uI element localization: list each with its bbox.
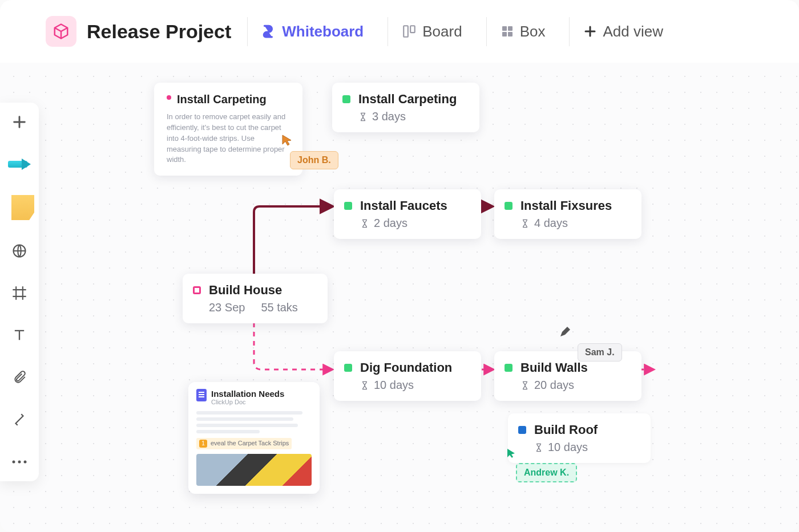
doc-subtitle: ClickUp Doc — [211, 399, 284, 405]
svg-point-9 — [24, 461, 27, 464]
task-card-dig-foundation[interactable]: Dig Foundation 10 days — [334, 351, 481, 401]
svg-rect-4 — [502, 32, 507, 36]
board-icon — [402, 24, 417, 39]
tab-label: Add view — [603, 23, 663, 40]
cursor-label-sam: Sam J. — [578, 343, 622, 362]
hourglass-icon — [520, 219, 530, 228]
plus-icon — [583, 25, 597, 38]
task-title: Install Faucets — [360, 198, 469, 213]
task-title: Dig Foundation — [360, 360, 469, 375]
status-icon — [342, 95, 350, 103]
tool-more[interactable] — [8, 450, 31, 473]
task-title: Build Roof — [534, 423, 638, 437]
task-card-install-fixtures[interactable]: Install Fixsures 4 days — [494, 189, 641, 239]
status-icon — [344, 202, 352, 210]
tab-label: Whiteboard — [282, 23, 364, 40]
svg-rect-3 — [508, 26, 513, 31]
svg-rect-5 — [508, 32, 513, 36]
status-icon — [344, 364, 352, 372]
pin-icon — [167, 95, 171, 100]
task-meta: 10 days — [534, 441, 638, 454]
status-icon — [505, 364, 513, 372]
whiteboard-canvas[interactable]: Install Carpeting In order to remove car… — [0, 63, 799, 532]
hourglass-icon — [358, 112, 368, 121]
task-title: Build House — [209, 283, 315, 298]
hourglass-icon — [360, 219, 369, 228]
header: Release Project Whiteboard Board Box Add… — [0, 0, 799, 63]
paperclip-icon — [12, 370, 27, 385]
page-title: Release Project — [87, 21, 231, 43]
task-meta: 20 days — [520, 379, 629, 392]
task-card-install-faucets[interactable]: Install Faucets 2 days — [334, 189, 481, 239]
marker-icon — [8, 159, 31, 170]
frame-icon — [11, 285, 27, 301]
task-meta: 23 Sep 55 taks — [209, 301, 315, 314]
cursor-icon — [282, 135, 292, 146]
tool-marker[interactable] — [8, 153, 31, 176]
svg-point-8 — [18, 461, 21, 464]
tool-palette — [0, 103, 39, 481]
note-title: Install Carpeting — [177, 93, 290, 106]
tool-frame[interactable] — [8, 282, 31, 304]
task-card-install-carpeting[interactable]: Install Carpeting 3 days — [332, 83, 479, 132]
tool-add[interactable] — [8, 111, 31, 133]
doc-preview-image — [196, 454, 312, 486]
task-title: Build Walls — [520, 360, 629, 375]
note-card-install-carpeting[interactable]: Install Carpeting In order to remove car… — [154, 83, 302, 176]
tool-web[interactable] — [8, 239, 31, 262]
note-body: In order to remove carpet easily and eff… — [167, 112, 290, 165]
whiteboard-icon — [261, 24, 276, 39]
svg-rect-1 — [410, 26, 415, 33]
svg-point-7 — [13, 461, 15, 464]
tab-whiteboard[interactable]: Whiteboard — [247, 17, 377, 46]
tool-attachment[interactable] — [8, 366, 31, 389]
tab-label: Board — [422, 23, 462, 40]
task-card-build-roof[interactable]: Build Roof 10 days — [508, 413, 651, 463]
box-icon — [501, 25, 514, 38]
doc-icon — [196, 389, 207, 401]
tab-box[interactable]: Box — [486, 17, 559, 46]
tab-board[interactable]: Board — [388, 17, 475, 46]
globe-icon — [11, 243, 27, 259]
more-icon — [11, 460, 27, 464]
task-title: Install Carpeting — [358, 92, 467, 107]
text-icon — [11, 327, 27, 343]
tool-sticky-note[interactable] — [8, 195, 31, 220]
doc-preview-lines — [196, 411, 312, 433]
connectors — [0, 63, 799, 532]
hourglass-icon — [520, 381, 530, 390]
tool-connector[interactable] — [8, 408, 31, 431]
sticky-note-icon — [11, 195, 34, 220]
status-icon — [505, 202, 513, 210]
cursor-label-john: John B. — [290, 151, 338, 169]
svg-rect-2 — [502, 26, 507, 31]
tool-text[interactable] — [8, 324, 31, 347]
doc-section-heading: 1eveal the Carpet Tack Strips — [196, 438, 292, 449]
task-meta: 4 days — [520, 217, 629, 230]
pencil-icon — [559, 325, 572, 338]
task-meta: 2 days — [360, 217, 469, 230]
task-title: Install Fixsures — [520, 198, 629, 213]
project-icon — [46, 16, 76, 47]
task-card-build-house[interactable]: Build House 23 Sep 55 taks — [183, 274, 328, 323]
hourglass-icon — [360, 381, 369, 390]
connector-icon — [12, 412, 27, 427]
doc-card-installation-needs[interactable]: Installation Needs ClickUp Doc 1eveal th… — [188, 382, 320, 494]
status-icon — [518, 426, 526, 434]
hourglass-icon — [534, 443, 543, 452]
task-meta: 10 days — [360, 379, 469, 392]
task-meta: 3 days — [358, 110, 467, 123]
status-icon — [193, 286, 201, 294]
tab-label: Box — [520, 23, 546, 40]
tab-add-view[interactable]: Add view — [569, 17, 677, 46]
cursor-label-andrew: Andrew K. — [516, 463, 577, 482]
doc-title: Installation Needs — [211, 389, 284, 399]
cursor-icon — [507, 448, 516, 458]
svg-rect-0 — [404, 26, 409, 37]
